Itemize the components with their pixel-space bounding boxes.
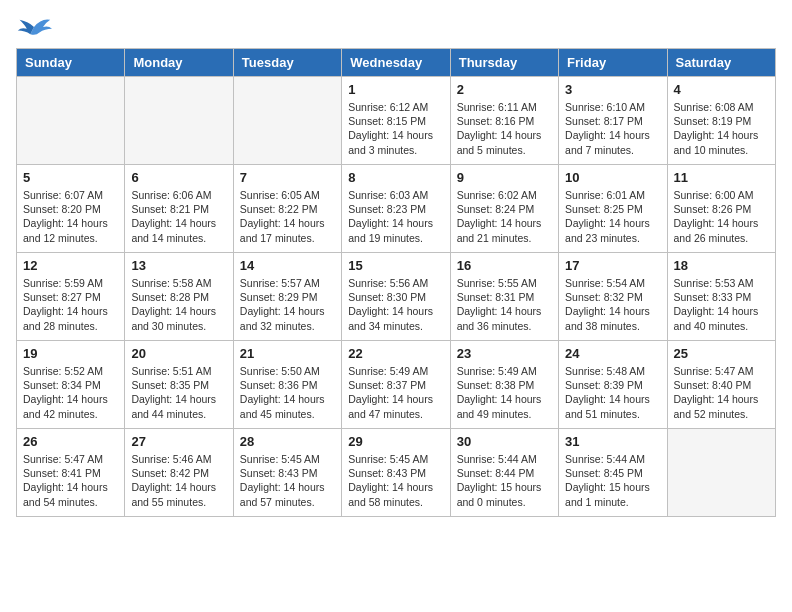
day-number: 18 [674, 258, 769, 273]
calendar-week-row: 26Sunrise: 5:47 AM Sunset: 8:41 PM Dayli… [17, 429, 776, 517]
calendar-cell: 26Sunrise: 5:47 AM Sunset: 8:41 PM Dayli… [17, 429, 125, 517]
day-number: 9 [457, 170, 552, 185]
calendar-cell: 22Sunrise: 5:49 AM Sunset: 8:37 PM Dayli… [342, 341, 450, 429]
calendar-cell: 19Sunrise: 5:52 AM Sunset: 8:34 PM Dayli… [17, 341, 125, 429]
day-number: 21 [240, 346, 335, 361]
calendar-cell: 2Sunrise: 6:11 AM Sunset: 8:16 PM Daylig… [450, 77, 558, 165]
weekday-header: Tuesday [233, 49, 341, 77]
calendar-cell: 17Sunrise: 5:54 AM Sunset: 8:32 PM Dayli… [559, 253, 667, 341]
calendar-cell: 21Sunrise: 5:50 AM Sunset: 8:36 PM Dayli… [233, 341, 341, 429]
calendar-cell: 27Sunrise: 5:46 AM Sunset: 8:42 PM Dayli… [125, 429, 233, 517]
logo [16, 16, 56, 38]
calendar-cell: 13Sunrise: 5:58 AM Sunset: 8:28 PM Dayli… [125, 253, 233, 341]
cell-sun-info: Sunrise: 5:49 AM Sunset: 8:37 PM Dayligh… [348, 364, 443, 421]
day-number: 25 [674, 346, 769, 361]
calendar-cell: 20Sunrise: 5:51 AM Sunset: 8:35 PM Dayli… [125, 341, 233, 429]
cell-sun-info: Sunrise: 6:00 AM Sunset: 8:26 PM Dayligh… [674, 188, 769, 245]
cell-sun-info: Sunrise: 5:59 AM Sunset: 8:27 PM Dayligh… [23, 276, 118, 333]
day-number: 10 [565, 170, 660, 185]
day-number: 26 [23, 434, 118, 449]
day-number: 27 [131, 434, 226, 449]
calendar-cell: 15Sunrise: 5:56 AM Sunset: 8:30 PM Dayli… [342, 253, 450, 341]
weekday-header: Friday [559, 49, 667, 77]
day-number: 6 [131, 170, 226, 185]
cell-sun-info: Sunrise: 5:55 AM Sunset: 8:31 PM Dayligh… [457, 276, 552, 333]
day-number: 11 [674, 170, 769, 185]
cell-sun-info: Sunrise: 6:02 AM Sunset: 8:24 PM Dayligh… [457, 188, 552, 245]
day-number: 31 [565, 434, 660, 449]
cell-sun-info: Sunrise: 5:52 AM Sunset: 8:34 PM Dayligh… [23, 364, 118, 421]
day-number: 4 [674, 82, 769, 97]
cell-sun-info: Sunrise: 6:08 AM Sunset: 8:19 PM Dayligh… [674, 100, 769, 157]
calendar-cell [17, 77, 125, 165]
day-number: 29 [348, 434, 443, 449]
calendar-cell: 4Sunrise: 6:08 AM Sunset: 8:19 PM Daylig… [667, 77, 775, 165]
day-number: 17 [565, 258, 660, 273]
calendar-week-row: 5Sunrise: 6:07 AM Sunset: 8:20 PM Daylig… [17, 165, 776, 253]
cell-sun-info: Sunrise: 6:01 AM Sunset: 8:25 PM Dayligh… [565, 188, 660, 245]
calendar-cell [233, 77, 341, 165]
calendar-cell: 14Sunrise: 5:57 AM Sunset: 8:29 PM Dayli… [233, 253, 341, 341]
weekday-header: Thursday [450, 49, 558, 77]
day-number: 19 [23, 346, 118, 361]
day-number: 14 [240, 258, 335, 273]
cell-sun-info: Sunrise: 5:45 AM Sunset: 8:43 PM Dayligh… [348, 452, 443, 509]
weekday-header: Wednesday [342, 49, 450, 77]
calendar-cell: 11Sunrise: 6:00 AM Sunset: 8:26 PM Dayli… [667, 165, 775, 253]
calendar-cell: 23Sunrise: 5:49 AM Sunset: 8:38 PM Dayli… [450, 341, 558, 429]
cell-sun-info: Sunrise: 6:11 AM Sunset: 8:16 PM Dayligh… [457, 100, 552, 157]
calendar-cell: 1Sunrise: 6:12 AM Sunset: 8:15 PM Daylig… [342, 77, 450, 165]
cell-sun-info: Sunrise: 6:12 AM Sunset: 8:15 PM Dayligh… [348, 100, 443, 157]
calendar-cell: 9Sunrise: 6:02 AM Sunset: 8:24 PM Daylig… [450, 165, 558, 253]
day-number: 12 [23, 258, 118, 273]
calendar-cell: 24Sunrise: 5:48 AM Sunset: 8:39 PM Dayli… [559, 341, 667, 429]
calendar-cell: 6Sunrise: 6:06 AM Sunset: 8:21 PM Daylig… [125, 165, 233, 253]
calendar-cell: 30Sunrise: 5:44 AM Sunset: 8:44 PM Dayli… [450, 429, 558, 517]
cell-sun-info: Sunrise: 5:58 AM Sunset: 8:28 PM Dayligh… [131, 276, 226, 333]
calendar-cell: 12Sunrise: 5:59 AM Sunset: 8:27 PM Dayli… [17, 253, 125, 341]
page-header [16, 16, 776, 38]
day-number: 1 [348, 82, 443, 97]
cell-sun-info: Sunrise: 6:03 AM Sunset: 8:23 PM Dayligh… [348, 188, 443, 245]
cell-sun-info: Sunrise: 5:49 AM Sunset: 8:38 PM Dayligh… [457, 364, 552, 421]
cell-sun-info: Sunrise: 5:48 AM Sunset: 8:39 PM Dayligh… [565, 364, 660, 421]
day-number: 13 [131, 258, 226, 273]
cell-sun-info: Sunrise: 5:50 AM Sunset: 8:36 PM Dayligh… [240, 364, 335, 421]
calendar-cell [125, 77, 233, 165]
calendar-cell: 16Sunrise: 5:55 AM Sunset: 8:31 PM Dayli… [450, 253, 558, 341]
cell-sun-info: Sunrise: 6:07 AM Sunset: 8:20 PM Dayligh… [23, 188, 118, 245]
cell-sun-info: Sunrise: 6:10 AM Sunset: 8:17 PM Dayligh… [565, 100, 660, 157]
cell-sun-info: Sunrise: 5:44 AM Sunset: 8:44 PM Dayligh… [457, 452, 552, 509]
day-number: 20 [131, 346, 226, 361]
weekday-header: Saturday [667, 49, 775, 77]
calendar-cell: 28Sunrise: 5:45 AM Sunset: 8:43 PM Dayli… [233, 429, 341, 517]
calendar-cell: 10Sunrise: 6:01 AM Sunset: 8:25 PM Dayli… [559, 165, 667, 253]
cell-sun-info: Sunrise: 5:46 AM Sunset: 8:42 PM Dayligh… [131, 452, 226, 509]
logo-bird-icon [16, 16, 52, 38]
cell-sun-info: Sunrise: 5:54 AM Sunset: 8:32 PM Dayligh… [565, 276, 660, 333]
day-number: 30 [457, 434, 552, 449]
day-number: 24 [565, 346, 660, 361]
calendar-cell: 18Sunrise: 5:53 AM Sunset: 8:33 PM Dayli… [667, 253, 775, 341]
calendar-week-row: 12Sunrise: 5:59 AM Sunset: 8:27 PM Dayli… [17, 253, 776, 341]
cell-sun-info: Sunrise: 5:56 AM Sunset: 8:30 PM Dayligh… [348, 276, 443, 333]
calendar-cell: 8Sunrise: 6:03 AM Sunset: 8:23 PM Daylig… [342, 165, 450, 253]
calendar-table: SundayMondayTuesdayWednesdayThursdayFrid… [16, 48, 776, 517]
day-number: 8 [348, 170, 443, 185]
calendar-cell: 5Sunrise: 6:07 AM Sunset: 8:20 PM Daylig… [17, 165, 125, 253]
cell-sun-info: Sunrise: 5:44 AM Sunset: 8:45 PM Dayligh… [565, 452, 660, 509]
calendar-cell [667, 429, 775, 517]
calendar-cell: 31Sunrise: 5:44 AM Sunset: 8:45 PM Dayli… [559, 429, 667, 517]
day-number: 16 [457, 258, 552, 273]
cell-sun-info: Sunrise: 5:51 AM Sunset: 8:35 PM Dayligh… [131, 364, 226, 421]
calendar-week-row: 19Sunrise: 5:52 AM Sunset: 8:34 PM Dayli… [17, 341, 776, 429]
cell-sun-info: Sunrise: 5:45 AM Sunset: 8:43 PM Dayligh… [240, 452, 335, 509]
cell-sun-info: Sunrise: 5:53 AM Sunset: 8:33 PM Dayligh… [674, 276, 769, 333]
day-number: 28 [240, 434, 335, 449]
day-number: 7 [240, 170, 335, 185]
weekday-header: Sunday [17, 49, 125, 77]
cell-sun-info: Sunrise: 5:47 AM Sunset: 8:41 PM Dayligh… [23, 452, 118, 509]
day-number: 2 [457, 82, 552, 97]
cell-sun-info: Sunrise: 5:47 AM Sunset: 8:40 PM Dayligh… [674, 364, 769, 421]
calendar-cell: 29Sunrise: 5:45 AM Sunset: 8:43 PM Dayli… [342, 429, 450, 517]
